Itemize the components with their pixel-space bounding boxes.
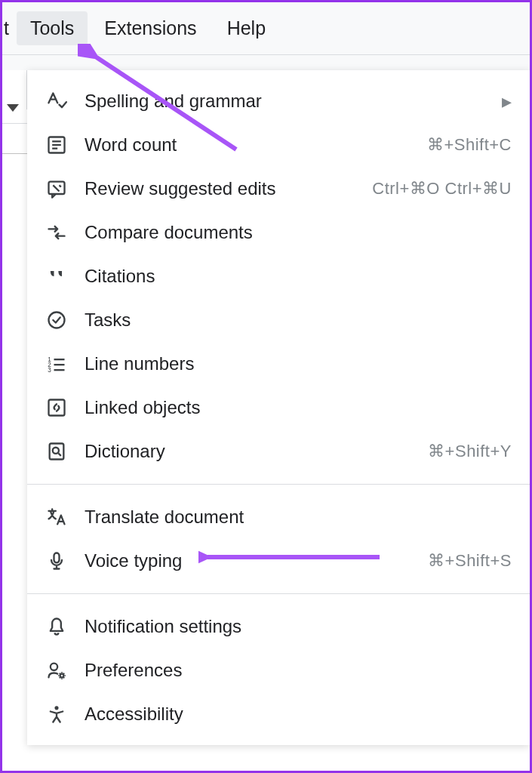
menu-label: Linked objects (85, 397, 512, 418)
menu-label: Tasks (85, 310, 512, 331)
menu-label: Compare documents (85, 222, 512, 243)
menu-item-spelling-grammar[interactable]: Spelling and grammar ▸ (27, 79, 530, 123)
menu-separator (27, 484, 530, 485)
menu-label: Accessibility (85, 704, 512, 725)
tools-dropdown: Spelling and grammar ▸ Word count ⌘+Shif… (27, 70, 530, 745)
notification-icon (45, 615, 68, 638)
svg-line-15 (58, 453, 61, 456)
svg-point-19 (54, 706, 58, 710)
menu-shortcut: Ctrl+⌘O Ctrl+⌘U (372, 179, 512, 199)
svg-rect-16 (54, 553, 60, 563)
menu-item-compare-documents[interactable]: Compare documents (27, 211, 530, 254)
menu-label: Word count (85, 134, 427, 156)
svg-rect-13 (50, 444, 64, 460)
menu-shortcut: ⌘+Shift+Y (428, 442, 512, 461)
menu-label: Dictionary (85, 441, 428, 462)
menu-extensions[interactable]: Extensions (91, 11, 210, 45)
citations-icon (45, 265, 68, 288)
word-count-icon (45, 134, 68, 156)
toolbar-edge (2, 70, 27, 109)
svg-point-17 (51, 664, 57, 670)
review-edits-icon (45, 177, 68, 200)
ruler-tick (2, 153, 27, 154)
menu-label: Review suggested edits (85, 178, 372, 199)
menu-shortcut: ⌘+Shift+S (428, 551, 512, 571)
menu-label: Notification settings (85, 616, 512, 637)
svg-point-5 (49, 313, 65, 328)
chevron-right-icon: ▸ (502, 90, 512, 113)
linked-objects-icon (45, 396, 68, 419)
menu-item-accessibility[interactable]: Accessibility (27, 692, 530, 736)
menu-item-voice-typing[interactable]: Voice typing ⌘+Shift+S (27, 539, 530, 583)
menubar: t Tools Extensions Help (2, 2, 530, 55)
menu-item-tasks[interactable]: Tasks (27, 298, 530, 342)
menu-label: Translate document (85, 507, 512, 528)
svg-rect-12 (49, 400, 65, 416)
ruler (2, 123, 27, 161)
menu-label: Voice typing (85, 550, 428, 571)
menu-separator (27, 593, 530, 594)
svg-point-14 (53, 448, 59, 454)
tasks-icon (45, 309, 68, 331)
menu-label: Preferences (85, 660, 512, 681)
menubar-partial-text: t (4, 11, 15, 45)
translate-icon (45, 506, 68, 528)
voice-typing-icon (45, 550, 68, 572)
menu-label: Spelling and grammar (85, 91, 502, 112)
menu-label: Citations (85, 266, 512, 287)
menu-item-word-count[interactable]: Word count ⌘+Shift+C (27, 123, 530, 167)
menu-label: Line numbers (85, 353, 512, 374)
menu-item-review-edits[interactable]: Review suggested edits Ctrl+⌘O Ctrl+⌘U (27, 167, 530, 211)
dictionary-icon (45, 440, 68, 463)
menu-item-notification-settings[interactable]: Notification settings (27, 605, 530, 648)
menu-item-linked-objects[interactable]: Linked objects (27, 386, 530, 430)
accessibility-icon (45, 703, 68, 725)
compare-icon (45, 221, 68, 244)
line-numbers-icon: 123 (45, 353, 68, 375)
preferences-icon (45, 659, 68, 682)
menu-item-line-numbers[interactable]: 123 Line numbers (27, 342, 530, 386)
menu-item-translate[interactable]: Translate document (27, 495, 530, 539)
menu-item-preferences[interactable]: Preferences (27, 648, 530, 692)
spelling-icon (45, 90, 68, 112)
menu-item-citations[interactable]: Citations (27, 254, 530, 298)
menu-shortcut: ⌘+Shift+C (427, 135, 512, 155)
svg-text:3: 3 (48, 367, 51, 374)
svg-point-18 (60, 674, 64, 678)
caret-down-icon[interactable] (7, 104, 19, 112)
menu-help[interactable]: Help (214, 11, 279, 45)
menu-tools[interactable]: Tools (17, 11, 88, 45)
menu-item-dictionary[interactable]: Dictionary ⌘+Shift+Y (27, 430, 530, 473)
